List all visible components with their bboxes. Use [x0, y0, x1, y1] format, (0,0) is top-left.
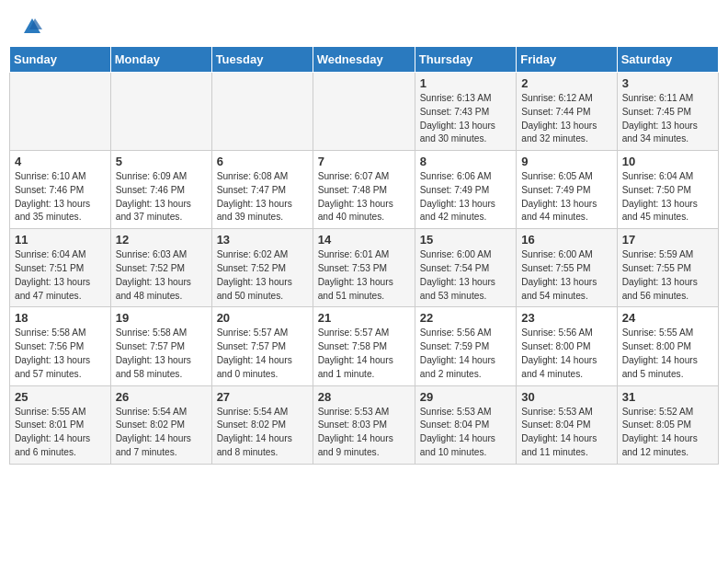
day-number: 27	[217, 390, 308, 404]
day-number: 19	[116, 311, 207, 325]
cell-content: Sunrise: 5:54 AM Sunset: 8:02 PM Dayligh…	[116, 406, 207, 460]
day-number: 11	[15, 233, 106, 247]
day-number: 15	[420, 233, 511, 247]
calendar-cell: 14Sunrise: 6:01 AM Sunset: 7:53 PM Dayli…	[313, 229, 415, 307]
calendar-week-1: 1Sunrise: 6:13 AM Sunset: 7:43 PM Daylig…	[10, 73, 719, 151]
calendar-week-2: 4Sunrise: 6:10 AM Sunset: 7:46 PM Daylig…	[10, 151, 719, 229]
calendar-cell: 22Sunrise: 5:56 AM Sunset: 7:59 PM Dayli…	[415, 307, 516, 385]
day-number: 18	[15, 311, 106, 325]
day-number: 17	[622, 233, 713, 247]
cell-content: Sunrise: 5:58 AM Sunset: 7:57 PM Dayligh…	[116, 327, 207, 381]
day-number: 30	[521, 390, 611, 404]
cell-content: Sunrise: 6:13 AM Sunset: 7:43 PM Dayligh…	[420, 92, 511, 146]
day-number: 14	[318, 233, 410, 247]
cell-content: Sunrise: 6:07 AM Sunset: 7:48 PM Dayligh…	[318, 170, 410, 224]
calendar-cell: 24Sunrise: 5:55 AM Sunset: 8:00 PM Dayli…	[617, 307, 718, 385]
calendar-cell: 17Sunrise: 5:59 AM Sunset: 7:55 PM Dayli…	[617, 229, 718, 307]
day-number: 10	[622, 155, 713, 168]
day-number: 1	[420, 76, 511, 90]
weekday-header-friday: Friday	[517, 47, 617, 73]
calendar-cell: 4Sunrise: 6:10 AM Sunset: 7:46 PM Daylig…	[10, 151, 111, 229]
cell-content: Sunrise: 5:56 AM Sunset: 7:59 PM Dayligh…	[420, 327, 511, 381]
day-number: 5	[116, 155, 207, 168]
day-number: 3	[622, 76, 713, 90]
cell-content: Sunrise: 6:01 AM Sunset: 7:53 PM Dayligh…	[318, 248, 410, 303]
cell-content: Sunrise: 6:11 AM Sunset: 7:45 PM Dayligh…	[622, 92, 713, 146]
cell-content: Sunrise: 5:53 AM Sunset: 8:03 PM Dayligh…	[318, 406, 410, 460]
calendar-cell: 21Sunrise: 5:57 AM Sunset: 7:58 PM Dayli…	[313, 307, 415, 385]
cell-content: Sunrise: 5:53 AM Sunset: 8:04 PM Dayligh…	[420, 406, 511, 460]
day-number: 13	[217, 233, 308, 247]
cell-content: Sunrise: 5:58 AM Sunset: 7:56 PM Dayligh…	[15, 327, 106, 381]
calendar-cell	[211, 73, 313, 151]
calendar-cell: 20Sunrise: 5:57 AM Sunset: 7:57 PM Dayli…	[211, 307, 313, 385]
day-number: 29	[420, 390, 511, 404]
logo-icon	[22, 17, 42, 37]
day-number: 16	[521, 233, 611, 247]
cell-content: Sunrise: 5:55 AM Sunset: 8:00 PM Dayligh…	[622, 327, 713, 381]
day-number: 25	[15, 390, 106, 404]
calendar-cell: 23Sunrise: 5:56 AM Sunset: 8:00 PM Dayli…	[517, 307, 617, 385]
calendar-cell: 31Sunrise: 5:52 AM Sunset: 8:05 PM Dayli…	[617, 385, 718, 464]
cell-content: Sunrise: 6:09 AM Sunset: 7:46 PM Dayligh…	[116, 170, 207, 224]
calendar-cell: 19Sunrise: 5:58 AM Sunset: 7:57 PM Dayli…	[110, 307, 211, 385]
calendar-cell: 10Sunrise: 6:04 AM Sunset: 7:50 PM Dayli…	[617, 151, 718, 229]
calendar-body: 1Sunrise: 6:13 AM Sunset: 7:43 PM Daylig…	[10, 73, 719, 465]
calendar-cell: 30Sunrise: 5:53 AM Sunset: 8:04 PM Dayli…	[517, 385, 617, 464]
day-number: 12	[116, 233, 207, 247]
cell-content: Sunrise: 5:56 AM Sunset: 8:00 PM Dayligh…	[521, 327, 611, 381]
day-number: 9	[521, 155, 611, 168]
cell-content: Sunrise: 5:57 AM Sunset: 7:57 PM Dayligh…	[217, 327, 308, 381]
day-number: 4	[15, 155, 106, 168]
cell-content: Sunrise: 6:08 AM Sunset: 7:47 PM Dayligh…	[217, 170, 308, 224]
calendar-cell: 9Sunrise: 6:05 AM Sunset: 7:49 PM Daylig…	[517, 151, 617, 229]
calendar-cell: 8Sunrise: 6:06 AM Sunset: 7:49 PM Daylig…	[415, 151, 516, 229]
calendar-cell: 29Sunrise: 5:53 AM Sunset: 8:04 PM Dayli…	[415, 385, 516, 464]
cell-content: Sunrise: 5:57 AM Sunset: 7:58 PM Dayligh…	[318, 327, 410, 381]
calendar-cell: 6Sunrise: 6:08 AM Sunset: 7:47 PM Daylig…	[211, 151, 313, 229]
day-number: 20	[217, 311, 308, 325]
calendar-cell: 13Sunrise: 6:02 AM Sunset: 7:52 PM Dayli…	[211, 229, 313, 307]
day-number: 23	[521, 311, 611, 325]
calendar-cell	[313, 73, 415, 151]
day-number: 31	[622, 390, 713, 404]
cell-content: Sunrise: 6:00 AM Sunset: 7:55 PM Dayligh…	[521, 248, 611, 303]
cell-content: Sunrise: 6:12 AM Sunset: 7:44 PM Dayligh…	[521, 92, 611, 146]
calendar-week-4: 18Sunrise: 5:58 AM Sunset: 7:56 PM Dayli…	[10, 307, 719, 385]
calendar-week-3: 11Sunrise: 6:04 AM Sunset: 7:51 PM Dayli…	[10, 229, 719, 307]
calendar-cell: 2Sunrise: 6:12 AM Sunset: 7:44 PM Daylig…	[517, 73, 617, 151]
calendar-cell: 12Sunrise: 6:03 AM Sunset: 7:52 PM Dayli…	[110, 229, 211, 307]
cell-content: Sunrise: 5:55 AM Sunset: 8:01 PM Dayligh…	[15, 406, 106, 460]
calendar-cell: 27Sunrise: 5:54 AM Sunset: 8:02 PM Dayli…	[211, 385, 313, 464]
cell-content: Sunrise: 6:05 AM Sunset: 7:49 PM Dayligh…	[521, 170, 611, 224]
weekday-row: SundayMondayTuesdayWednesdayThursdayFrid…	[10, 47, 719, 73]
cell-content: Sunrise: 5:59 AM Sunset: 7:55 PM Dayligh…	[622, 248, 713, 303]
calendar-cell	[10, 73, 111, 151]
day-number: 2	[521, 76, 611, 90]
weekday-header-monday: Monday	[110, 47, 211, 73]
weekday-header-sunday: Sunday	[10, 47, 111, 73]
calendar-cell: 5Sunrise: 6:09 AM Sunset: 7:46 PM Daylig…	[110, 151, 211, 229]
calendar-cell: 7Sunrise: 6:07 AM Sunset: 7:48 PM Daylig…	[313, 151, 415, 229]
calendar-cell: 18Sunrise: 5:58 AM Sunset: 7:56 PM Dayli…	[10, 307, 111, 385]
calendar-cell: 11Sunrise: 6:04 AM Sunset: 7:51 PM Dayli…	[10, 229, 111, 307]
calendar-cell	[110, 73, 211, 151]
cell-content: Sunrise: 6:04 AM Sunset: 7:51 PM Dayligh…	[15, 248, 106, 303]
logo	[18, 17, 46, 37]
day-number: 22	[420, 311, 511, 325]
calendar-cell: 3Sunrise: 6:11 AM Sunset: 7:45 PM Daylig…	[617, 73, 718, 151]
cell-content: Sunrise: 6:10 AM Sunset: 7:46 PM Dayligh…	[15, 170, 106, 224]
day-number: 24	[622, 311, 713, 325]
cell-content: Sunrise: 6:04 AM Sunset: 7:50 PM Dayligh…	[622, 170, 713, 224]
day-number: 21	[318, 311, 410, 325]
weekday-header-tuesday: Tuesday	[211, 47, 313, 73]
day-number: 7	[318, 155, 410, 168]
calendar-week-5: 25Sunrise: 5:55 AM Sunset: 8:01 PM Dayli…	[10, 385, 719, 464]
day-number: 26	[116, 390, 207, 404]
day-number: 8	[420, 155, 511, 168]
cell-content: Sunrise: 5:54 AM Sunset: 8:02 PM Dayligh…	[217, 406, 308, 460]
cell-content: Sunrise: 5:53 AM Sunset: 8:04 PM Dayligh…	[521, 406, 611, 460]
calendar-cell: 1Sunrise: 6:13 AM Sunset: 7:43 PM Daylig…	[415, 73, 516, 151]
weekday-header-thursday: Thursday	[415, 47, 516, 73]
cell-content: Sunrise: 6:03 AM Sunset: 7:52 PM Dayligh…	[116, 248, 207, 303]
